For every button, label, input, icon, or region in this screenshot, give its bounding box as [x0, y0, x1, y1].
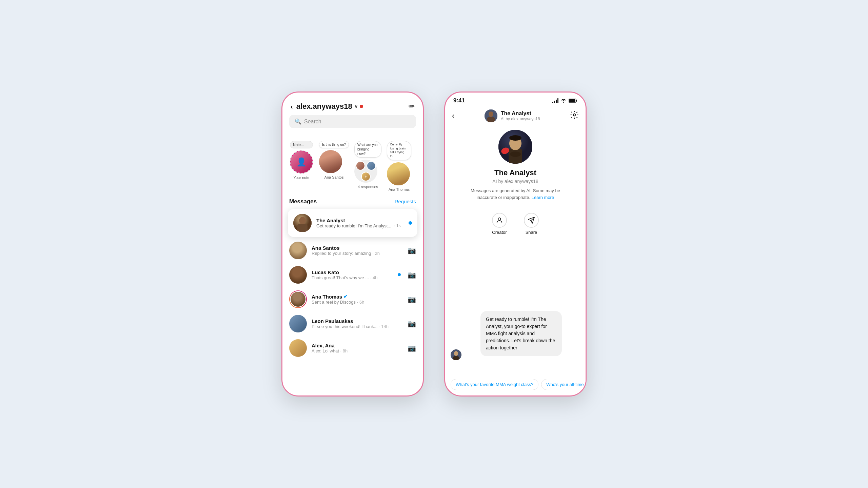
ai-profile: The Analyst AI by alex.anyways18 Message…	[445, 126, 586, 207]
lucas-kato-preview: Thats great! That's why we ... · 4h	[312, 275, 393, 280]
search-placeholder: Search	[304, 119, 321, 125]
chat-bubble: Get ready to rumble! I'm The Analyst, yo…	[480, 311, 562, 356]
creator-icon	[492, 213, 507, 228]
chat-ai-avatar	[451, 349, 461, 360]
ana-santos-msg-preview: Replied to your story: amazing · 2h	[312, 251, 403, 256]
chat-message-row: Get ready to rumble! I'm The Analyst, yo…	[451, 311, 580, 360]
svg-point-16	[509, 135, 521, 141]
svg-point-18	[510, 151, 521, 157]
leon-avatar	[289, 315, 307, 332]
chip-favorite-fighter[interactable]: Who's your all-time favorite fighter?	[541, 379, 586, 390]
story-your-note[interactable]: Note... 👤 Your note	[289, 134, 314, 191]
camera-icon-leon[interactable]: 📷	[408, 320, 416, 328]
story-ana-thomas[interactable]: Currently losing brain cells trying to. …	[387, 134, 411, 191]
svg-rect-8	[569, 99, 575, 102]
leon-name: Leon Paulauskas	[312, 318, 403, 324]
creator-label: Creator	[492, 230, 507, 235]
analyst-nav-name: The Analyst	[501, 110, 540, 117]
ai-profile-creator: AI by alex.anyways18	[492, 179, 538, 184]
message-lucas-kato[interactable]: Lucas Kato Thats great! That's why we ..…	[282, 263, 423, 287]
right-back-button[interactable]: ‹	[452, 111, 454, 120]
lucas-kato-name: Lucas Kato	[312, 269, 393, 275]
svg-point-10	[489, 111, 493, 117]
ana-thomas-story-avatar	[387, 162, 410, 185]
ana-santos-avatar	[319, 150, 342, 173]
share-button[interactable]: Share	[524, 213, 539, 235]
message-leon[interactable]: Leon Paulauskas I'll see you this weeken…	[282, 311, 423, 336]
alex-ana-name: Alex, Ana	[312, 343, 403, 348]
status-time: 9:41	[453, 97, 465, 104]
story-4-responses[interactable]: What are you bringing now? + 4 responses	[354, 134, 381, 191]
analyst-preview: Get ready to rumble! I'm The Analyst...	[316, 223, 391, 228]
ana-thomas-ring	[289, 290, 307, 308]
camera-icon-ana-thomas[interactable]: 📷	[408, 295, 416, 303]
edit-icon[interactable]: ✏	[409, 102, 415, 111]
chat-spacer	[445, 242, 586, 306]
message-ana-santos[interactable]: Ana Santos Replied to your story: amazin…	[282, 238, 423, 263]
4-responses-label: 4 responses	[358, 185, 378, 189]
lucas-kato-avatar	[289, 266, 307, 284]
story-ana-santos[interactable]: Is this thing on? Ana Santos	[319, 134, 349, 191]
left-phone: ‹ alex.anyways18 ∨ ✏ 🔍 Search Note... 👤 …	[281, 92, 424, 396]
creator-button[interactable]: Creator	[492, 213, 507, 235]
svg-rect-3	[552, 102, 553, 103]
right-phone: 9:41	[444, 92, 587, 396]
chevron-down-icon[interactable]: ∨	[354, 104, 358, 109]
settings-button[interactable]	[570, 110, 579, 121]
message-ana-thomas[interactable]: Ana Thomas ✔ Sent a reel by Discogs · 6h…	[282, 287, 423, 311]
ana-thomas-note-bubble: Currently losing brain cells trying to.	[387, 141, 411, 160]
alex-ana-avatar	[289, 339, 307, 357]
requests-link[interactable]: Requests	[395, 199, 416, 204]
svg-point-12	[573, 114, 576, 116]
analyst-unread-dot	[409, 221, 412, 225]
message-alex-ana[interactable]: Alex, Ana Alex: Lol what · 8h 📷	[282, 336, 423, 360]
camera-icon-alex-ana[interactable]: 📷	[408, 344, 416, 352]
svg-point-1	[299, 217, 306, 224]
battery-icon	[569, 98, 577, 103]
camera-icon-lucas[interactable]: 📷	[408, 271, 416, 279]
svg-rect-11	[487, 117, 495, 122]
message-analyst-highlighted[interactable]: The Analyst Get ready to rumble! I'm The…	[288, 209, 417, 237]
search-bar[interactable]: 🔍 Search	[289, 115, 416, 128]
share-label: Share	[526, 230, 537, 235]
share-icon	[524, 213, 539, 228]
ana-thomas-preview: Sent a reel by Discogs · 6h	[312, 300, 403, 305]
chip-weight-class[interactable]: What's your favorite MMA weight class?	[451, 379, 538, 390]
wifi-icon	[560, 98, 567, 103]
responses-note-bubble: What are you bringing now?	[354, 141, 381, 158]
ana-santos-msg-content: Ana Santos Replied to your story: amazin…	[312, 245, 403, 256]
ana-thomas-name: Ana Thomas ✔	[312, 294, 403, 300]
your-note-avatar: 👤	[290, 150, 313, 174]
online-dot	[360, 105, 363, 108]
messages-header: Messages Requests	[282, 197, 423, 209]
right-nav-text: The Analyst AI by alex.anyways18	[501, 110, 540, 121]
svg-point-21	[454, 351, 458, 356]
back-button[interactable]: ‹	[291, 103, 293, 110]
analyst-time: · 1s	[394, 223, 400, 228]
suggestion-chips: What's your favorite MMA weight class? W…	[445, 375, 586, 395]
search-icon: 🔍	[295, 118, 301, 125]
svg-rect-6	[557, 98, 558, 103]
stories-row: Note... 👤 Your note Is this thing on? An…	[282, 134, 423, 197]
ai-disclaimer: Messages are generated by AI. Some may b…	[468, 187, 563, 201]
ai-profile-name: The Analyst	[494, 168, 536, 177]
learn-more-link[interactable]: Learn more	[532, 195, 554, 200]
svg-rect-22	[453, 356, 459, 360]
ai-avatar-large	[498, 130, 532, 164]
ana-thomas-story-label: Ana Thomas	[389, 187, 410, 191]
analyst-avatar	[293, 214, 312, 232]
signal-icon	[552, 98, 558, 103]
ana-santos-msg-name: Ana Santos	[312, 245, 403, 251]
left-header: ‹ alex.anyways18 ∨ ✏	[282, 93, 423, 115]
alex-ana-msg-content: Alex, Ana Alex: Lol what · 8h	[312, 343, 403, 353]
camera-icon-ana-santos[interactable]: 📷	[408, 246, 416, 255]
lucas-kato-msg-content: Lucas Kato Thats great! That's why we ..…	[312, 269, 393, 280]
messages-label: Messages	[289, 198, 317, 205]
svg-rect-2	[297, 224, 308, 232]
ana-santos-note-bubble: Is this thing on?	[319, 141, 349, 148]
username-label: alex.anyways18	[296, 102, 352, 111]
analyst-nav-avatar	[485, 109, 497, 122]
alex-ana-preview: Alex: Lol what · 8h	[312, 348, 403, 353]
leon-msg-content: Leon Paulauskas I'll see you this weeken…	[312, 318, 403, 329]
verified-icon: ✔	[343, 294, 348, 299]
